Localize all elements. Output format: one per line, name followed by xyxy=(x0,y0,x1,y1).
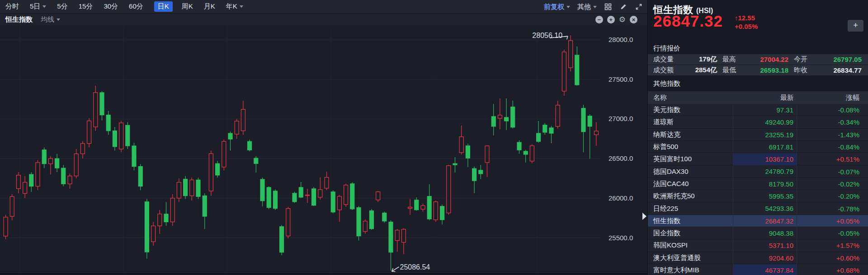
period-tab-60分[interactable]: 60分 xyxy=(129,2,143,11)
last-price: 26847.32 xyxy=(653,12,723,30)
chevron-down-icon xyxy=(240,5,243,8)
quote-value: 26834.77 xyxy=(813,66,868,74)
quote-label: 成交量 xyxy=(648,55,677,64)
period-tab-周K[interactable]: 周K xyxy=(182,2,193,11)
index-row[interactable]: 日经22554293.36-0.78% xyxy=(648,202,868,214)
header-last[interactable]: 最新 xyxy=(733,93,797,102)
add-to-watchlist-button[interactable]: + xyxy=(848,20,863,32)
index-name: 标普500 xyxy=(648,143,733,151)
other-label: 其他 xyxy=(577,3,591,11)
layout-grid-icon[interactable] xyxy=(604,3,612,11)
index-change-percent: -1.43% xyxy=(797,131,868,139)
indices-table-header: 名称 最新 涨幅 xyxy=(648,91,868,104)
quote-label: 昨收 xyxy=(788,66,813,75)
index-change-percent: +1.57% xyxy=(797,242,868,249)
index-name: 富时意大利MIB xyxy=(648,266,733,275)
adjust-mode-dropdown[interactable]: 前复权 xyxy=(544,3,570,11)
index-row[interactable]: 纳斯达克23255.19-1.43% xyxy=(648,129,868,141)
index-name: 纳斯达克 xyxy=(648,131,733,139)
other-dropdown[interactable]: 其他 xyxy=(577,3,597,11)
index-row[interactable]: 国企指数9048.38-0.05% xyxy=(648,227,868,239)
price-change: 12.55 xyxy=(738,14,755,22)
index-row[interactable]: 标普5006917.81-0.84% xyxy=(648,141,868,153)
index-row[interactable]: 韩国KOSPI5371.10+1.57% xyxy=(648,239,868,252)
high-annotation: 28056.10 xyxy=(532,32,562,39)
index-name: 恒生指数 xyxy=(648,217,733,225)
index-row[interactable]: 恒生指数26847.32+0.05% xyxy=(648,215,868,227)
period-toolbar-items: 分时5日5分15分30分60分日K周K月K年K xyxy=(5,1,254,12)
quote-value: 179亿 xyxy=(677,55,717,64)
y-axis-tick: 26000.0 xyxy=(609,194,633,202)
ma-dropdown[interactable]: 均线 xyxy=(41,15,60,24)
zoom-in-icon[interactable]: + xyxy=(607,16,615,23)
index-row[interactable]: 德国DAX3024780.79-0.07% xyxy=(648,165,868,177)
index-name: 法国CAC40 xyxy=(648,180,733,188)
ma-label: 均线 xyxy=(41,15,54,24)
chevron-down-icon xyxy=(42,5,46,8)
low-annotation: 25086.54 xyxy=(400,263,430,271)
index-row[interactable]: 澳大利亚普通股9204.60+0.60% xyxy=(648,252,868,264)
series-name-label: 恒生指数 xyxy=(5,15,33,24)
index-change-percent: -0.34% xyxy=(797,118,868,126)
settings-gear-icon[interactable]: ⚙ xyxy=(619,16,626,23)
chevron-down-icon xyxy=(57,19,60,21)
index-last-value: 6917.81 xyxy=(733,141,797,153)
index-last-value: 49240.99 xyxy=(733,116,797,128)
index-last-value: 26847.32 xyxy=(733,215,797,227)
chevron-down-icon xyxy=(566,6,570,8)
period-tab-日K[interactable]: 日K xyxy=(154,1,173,12)
index-last-value: 54293.36 xyxy=(733,202,797,214)
index-last-value: 10367.10 xyxy=(733,153,797,165)
index-change-percent: +0.60% xyxy=(797,254,868,262)
quote-value: 27004.22 xyxy=(741,56,788,63)
period-tab-月K[interactable]: 月K xyxy=(204,2,215,11)
quote-row-1: 成交量179亿最高27004.22今开26797.05 xyxy=(648,54,868,65)
collapse-panel-handle[interactable] xyxy=(642,213,646,220)
candlestick-chart[interactable]: 28000.027500.027000.026500.026000.025500… xyxy=(0,25,647,272)
quote-side-panel: 恒生指数 (HSI) 26847.32 ↑12.55 +0.05% + 行情报价… xyxy=(647,0,868,275)
index-last-value: 9048.38 xyxy=(733,227,797,239)
y-axis-tick: 25500.0 xyxy=(609,234,633,242)
index-row[interactable]: 美元指数97.31-0.08% xyxy=(648,104,868,116)
header-name[interactable]: 名称 xyxy=(648,93,733,102)
index-change-percent: -0.05% xyxy=(797,229,868,237)
expand-icon[interactable] xyxy=(635,3,643,11)
index-name: 日经225 xyxy=(648,205,733,213)
index-row[interactable]: 欧洲斯托克505995.35-0.20% xyxy=(648,190,868,202)
period-tab-30分[interactable]: 30分 xyxy=(104,2,118,11)
quote-section-title: 行情报价 xyxy=(648,44,868,53)
zoom-out-icon[interactable]: − xyxy=(595,16,603,23)
index-change-percent: -0.78% xyxy=(797,205,868,213)
chart-subbar: 恒生指数 均线 − + ⚙ × xyxy=(0,14,647,25)
index-name: 道琼斯 xyxy=(648,118,733,126)
index-change-percent: -0.08% xyxy=(797,106,868,114)
quote-label: 成交额 xyxy=(648,66,677,75)
quote-row-2: 成交额2854亿最低26593.18昨收26834.77 xyxy=(648,65,868,75)
index-last-value: 9204.60 xyxy=(733,252,797,264)
adjust-mode-label: 前复权 xyxy=(544,3,564,11)
index-row[interactable]: 法国CAC408179.50-0.02% xyxy=(648,178,868,190)
period-tab-年K[interactable]: 年K xyxy=(226,2,243,11)
period-tab-15分[interactable]: 15分 xyxy=(79,2,93,11)
y-axis-tick: 27000.0 xyxy=(609,115,633,122)
period-tab-5分[interactable]: 5分 xyxy=(57,2,67,11)
header-change[interactable]: 涨幅 xyxy=(797,93,868,102)
index-last-value: 5371.10 xyxy=(733,239,797,252)
index-name: 美元指数 xyxy=(648,106,733,114)
index-row[interactable]: 道琼斯49240.99-0.34% xyxy=(648,116,868,128)
index-last-value: 24780.79 xyxy=(733,165,797,177)
quote-value: 26797.05 xyxy=(813,56,868,63)
index-name: 国企指数 xyxy=(648,229,733,238)
index-last-value: 46737.84 xyxy=(733,264,797,275)
brush-icon[interactable] xyxy=(619,3,627,11)
index-change-percent: -0.07% xyxy=(797,168,868,176)
y-axis-tick: 28000.0 xyxy=(609,36,633,43)
period-tab-5日[interactable]: 5日 xyxy=(30,2,46,11)
quote-label: 今开 xyxy=(788,55,813,64)
close-icon[interactable]: × xyxy=(630,16,637,23)
period-tab-分时[interactable]: 分时 xyxy=(5,2,19,11)
index-row[interactable]: 富时意大利MIB46737.84+0.68% xyxy=(648,264,868,275)
y-axis-tick: 27500.0 xyxy=(609,75,633,83)
price-change-block: ↑12.55 +0.05% xyxy=(735,14,758,31)
index-row[interactable]: 英国富时10010367.10+0.51% xyxy=(648,153,868,165)
